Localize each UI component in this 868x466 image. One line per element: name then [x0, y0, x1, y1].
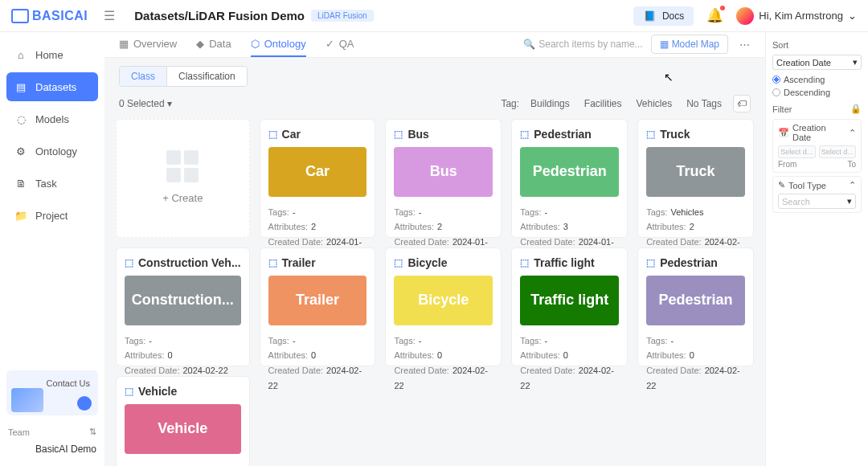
model-map-button[interactable]: ▦ Model Map: [651, 35, 728, 54]
seg-class[interactable]: Class: [120, 67, 166, 86]
tags-value: -: [293, 207, 296, 217]
date-to-input[interactable]: Select d...: [819, 145, 857, 158]
logo[interactable]: BASICAI: [11, 9, 88, 23]
attrs-value: 3: [563, 222, 568, 231]
menu-toggle-icon[interactable]: ☰: [104, 8, 115, 23]
selected-count[interactable]: 0 Selected ▾: [119, 98, 172, 109]
class-name: Bicycle: [407, 256, 447, 269]
tags-value: -: [293, 336, 296, 345]
logo-text: BASICAI: [32, 9, 88, 23]
sidebar-item-project[interactable]: 📁Project: [6, 201, 98, 230]
date-from-input[interactable]: Select d...: [778, 145, 816, 158]
tag-filter-vehicles[interactable]: Vehicles: [636, 98, 672, 109]
class-card[interactable]: ⬚Truck Truck Tags:Vehicles Attributes:2 …: [637, 119, 754, 238]
tags-label: Tags:: [520, 336, 541, 345]
sidebar-item-label: Datasets: [35, 81, 76, 93]
class-swatch: Pedestrian: [520, 147, 619, 197]
class-name: Bus: [407, 128, 428, 141]
team-name: BasicAI Demo: [6, 440, 98, 458]
class-card[interactable]: ⬚Car Car Tags:- Attributes:2 Created Dat…: [260, 119, 376, 238]
qa-tab-icon: ✓: [326, 38, 334, 50]
sidebar-item-task[interactable]: 🗎Task: [6, 169, 98, 198]
tab-ontology[interactable]: ⬡Ontology: [251, 32, 306, 57]
models-icon: ◌: [14, 112, 27, 125]
sort-ascending-radio[interactable]: Ascending: [772, 75, 862, 84]
tab-data[interactable]: ◆Data: [196, 32, 231, 57]
class-name: Pedestrian: [534, 128, 592, 141]
seg-classification[interactable]: Classification: [166, 67, 247, 86]
class-card[interactable]: ⬚Pedestrian Pedestrian Tags:- Attributes…: [637, 247, 754, 366]
calendar-icon: 📅: [778, 128, 789, 138]
user-menu[interactable]: Hi, Kim Armstrong ⌄: [736, 7, 857, 25]
tool-type-select[interactable]: Search▾: [778, 194, 856, 209]
class-card[interactable]: ⬚Trailer Trailer Tags:- Attributes:0 Cre…: [260, 247, 376, 366]
chevron-up-icon[interactable]: ⌃: [849, 180, 856, 190]
search-input[interactable]: 🔍 Search items by name...: [523, 39, 642, 50]
class-card[interactable]: ⬚Bicycle Bicycle Tags:- Attributes:0 Cre…: [385, 247, 502, 366]
notifications-icon[interactable]: 🔔: [706, 7, 723, 24]
attrs-label: Attributes:: [268, 222, 309, 231]
filter-label: Filter: [772, 104, 792, 114]
class-name: Vehicle: [138, 385, 177, 398]
logo-icon: [11, 9, 29, 23]
tag-settings-button[interactable]: 🏷: [733, 95, 751, 112]
tags-value: -: [545, 207, 548, 217]
lock-icon[interactable]: 🔒: [850, 104, 862, 114]
team-switcher[interactable]: Team ⇅: [6, 423, 98, 440]
sidebar-item-models[interactable]: ◌Models: [6, 104, 98, 133]
tab-qa[interactable]: ✓QA: [326, 32, 354, 57]
attrs-label: Attributes:: [646, 222, 686, 231]
sidebar-item-datasets[interactable]: ▤Datasets: [6, 72, 98, 101]
contact-illustration: [11, 388, 43, 412]
sidebar-item-label: Models: [35, 113, 69, 125]
cube-icon: ⬚: [520, 257, 529, 268]
attrs-label: Attributes:: [125, 350, 165, 360]
filter-creation-date: 📅Creation Date⌃ Select d... Select d... …: [772, 119, 862, 173]
date-label: Created Date:: [520, 237, 575, 247]
date-label: Created Date:: [394, 237, 448, 247]
date-label: Created Date:: [520, 366, 575, 375]
class-swatch: Pedestrian: [646, 276, 745, 325]
chevron-up-icon[interactable]: ⌃: [849, 128, 856, 138]
chevron-down-icon: ▾: [853, 57, 858, 67]
sort-descending-radio[interactable]: Descending: [772, 88, 862, 97]
sidebar: ⌂Home▤Datasets◌Models⚙Ontology🗎Task📁Proj…: [0, 32, 104, 466]
cube-icon: ⬚: [268, 129, 277, 140]
to-label: To: [847, 160, 856, 169]
create-tiles-icon: [166, 150, 199, 182]
class-name: Trailer: [282, 256, 316, 269]
docs-button[interactable]: 📘 Docs: [633, 6, 694, 26]
datasets-icon: ▤: [14, 80, 27, 93]
chat-bubble-icon: [77, 396, 92, 411]
cube-icon: ⬚: [268, 257, 277, 268]
team-chevron-icon: ⇅: [89, 427, 96, 437]
tag-filter-buildings[interactable]: Buildings: [530, 98, 570, 109]
tab-overview[interactable]: ▦Overview: [119, 32, 177, 57]
sort-label: Sort: [772, 40, 788, 50]
tab-label: Data: [209, 38, 231, 50]
class-swatch: Traffic light: [520, 276, 619, 325]
sidebar-item-home[interactable]: ⌂Home: [6, 40, 98, 69]
date-label: Created Date:: [646, 366, 701, 375]
class-card[interactable]: ⬚Vehicle Vehicle Tags:- Attributes:0 Cre…: [116, 376, 250, 466]
class-card[interactable]: ⬚Construction Veh... Construction... Tag…: [116, 247, 250, 366]
tag-filter-no-tags[interactable]: No Tags: [686, 98, 722, 109]
dataset-type-badge: LiDAR Fusion: [311, 10, 374, 22]
class-card[interactable]: ⬚Pedestrian Pedestrian Tags:- Attributes…: [511, 119, 628, 238]
model-map-label: Model Map: [672, 39, 719, 50]
tags-label: Tags:: [646, 336, 667, 345]
tag-filter-facilities[interactable]: Facilities: [584, 98, 622, 109]
sidebar-item-label: Task: [35, 178, 57, 190]
class-name: Pedestrian: [660, 256, 718, 269]
tags-value: -: [149, 336, 152, 345]
more-menu[interactable]: ⋯: [736, 39, 754, 51]
sort-select[interactable]: Creation Date▾: [772, 55, 862, 70]
from-label: From: [778, 160, 796, 169]
sidebar-item-ontology[interactable]: ⚙Ontology: [6, 137, 98, 166]
create-class-card[interactable]: + Create: [116, 119, 250, 238]
class-name: Truck: [660, 128, 690, 141]
contact-us-card[interactable]: Contact Us: [6, 370, 98, 415]
class-card[interactable]: ⬚Traffic light Traffic light Tags:- Attr…: [511, 247, 628, 366]
tags-label: Tags:: [125, 336, 145, 345]
class-card[interactable]: ⬚Bus Bus Tags:- Attributes:2 Created Dat…: [385, 119, 502, 238]
